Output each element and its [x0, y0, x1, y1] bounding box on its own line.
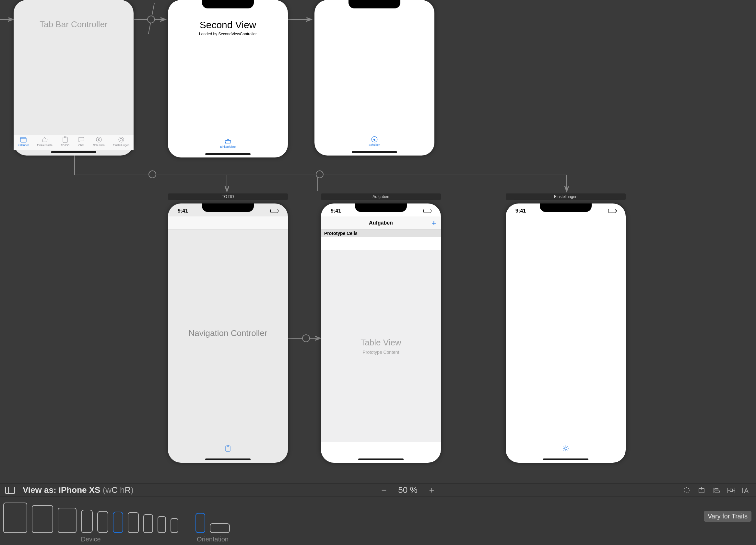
device-iphone-xs-max[interactable]	[81, 510, 93, 533]
tab-label: Schulden	[93, 144, 104, 147]
nav-title: Aufgaben	[369, 220, 393, 226]
prototype-header-label: Prototype Cells	[324, 231, 358, 236]
tab-bar: Kalender Einkaufsliste TO DO Chat € Schu…	[14, 135, 134, 150]
scene-bar-todo[interactable]: TO DO	[168, 194, 288, 200]
scene-aufgaben[interactable]: 9:41 Aufgaben + Prototype Cells Table Vi…	[321, 204, 441, 463]
tab-einkaufsliste[interactable]: Einkaufsliste	[37, 135, 53, 150]
tab-bar-indicator: € Schulden	[314, 135, 434, 150]
refresh-assistant-icon[interactable]	[682, 486, 691, 494]
tab-kalender[interactable]: Kalender	[18, 135, 29, 150]
zoom-in-button[interactable]: +	[427, 486, 436, 495]
prototype-cell[interactable]	[321, 237, 441, 250]
device-iphone-8[interactable]	[143, 514, 153, 533]
gear-icon	[118, 136, 125, 143]
clipboard-icon	[62, 136, 69, 143]
prototype-cells-header: Prototype Cells	[321, 230, 441, 237]
tab-label: Chat	[78, 144, 84, 147]
device-group-label: Device	[81, 536, 100, 543]
device-ipad-pro-12[interactable]	[3, 503, 27, 533]
trait-R: R	[125, 485, 131, 495]
tab-schulden[interactable]: € Schulden	[369, 135, 380, 150]
euro-icon: €	[371, 136, 378, 143]
scene-title: Second View	[168, 19, 288, 30]
scene-subtitle: Loaded by SecondViewController	[168, 32, 288, 36]
scene-bar-title: Einstellungen	[554, 195, 577, 199]
tab-todo[interactable]: TO DO	[61, 135, 69, 150]
notch-icon	[348, 0, 400, 8]
tab-einkaufsliste[interactable]: Einkaufsliste	[220, 137, 236, 152]
tab-placeholder	[506, 444, 626, 459]
svg-point-18	[684, 488, 689, 493]
embed-in-icon[interactable]	[697, 486, 706, 494]
scene-einstellungen[interactable]: 9:41	[506, 204, 626, 463]
scene-bar-aufgaben[interactable]: Aufgaben	[321, 194, 441, 200]
toggle-panel-icon[interactable]	[5, 487, 15, 494]
device-iphone-8-plus[interactable]	[128, 512, 139, 533]
resolve-constraints-icon[interactable]	[742, 486, 751, 494]
svg-point-17	[564, 447, 567, 450]
scene-schulden-view[interactable]: € Schulden	[314, 0, 434, 156]
status-time: 9:41	[331, 208, 341, 214]
svg-text:€: €	[373, 137, 376, 142]
device-iphone-se[interactable]	[158, 516, 166, 533]
device-iphone-4s[interactable]	[171, 518, 178, 533]
device-iphone-xr[interactable]	[97, 511, 108, 533]
tab-chat[interactable]: Chat	[78, 135, 85, 150]
scene-bar-einstellungen[interactable]: Einstellungen	[506, 194, 626, 200]
navigation-bar: Aufgaben +	[321, 217, 441, 230]
tab-einstellungen	[562, 444, 569, 459]
scene-bar-title: Aufgaben	[372, 195, 389, 199]
tab-label: Schulden	[369, 143, 380, 147]
add-button[interactable]: +	[431, 219, 436, 227]
svg-rect-15	[226, 446, 230, 451]
home-indicator	[358, 458, 404, 460]
tab-label: Einstellungen	[113, 144, 129, 147]
home-indicator	[205, 458, 251, 460]
pin-constraints-icon[interactable]	[727, 486, 736, 494]
scene-tab-bar-controller[interactable]: Tab Bar Controller Kalender Einkaufslist…	[14, 0, 134, 156]
status-time: 9:41	[515, 208, 526, 214]
svg-text:€: €	[98, 138, 100, 142]
segue-node-icon	[148, 171, 156, 178]
device-ipad[interactable]	[58, 508, 77, 533]
svg-rect-22	[715, 491, 719, 492]
align-icon[interactable]	[712, 486, 721, 494]
tab-bar-indicator: Einkaufsliste	[168, 137, 288, 152]
home-indicator	[352, 151, 397, 153]
gear-icon	[562, 445, 569, 452]
svg-point-12	[119, 137, 124, 142]
tab-einstellungen[interactable]: Einstellungen	[113, 135, 129, 150]
view-as-label[interactable]: View as: iPhone XS (wC hR)	[23, 485, 134, 495]
vary-for-traits-button[interactable]: Vary for Traits	[704, 511, 751, 522]
tab-placeholder	[168, 444, 288, 459]
trait-C: C	[112, 485, 120, 495]
scene-title: Navigation Controller	[189, 328, 267, 338]
segue-node-icon	[147, 16, 155, 23]
svg-rect-21	[715, 489, 718, 490]
orientation-portrait[interactable]	[195, 513, 205, 533]
device-ipad-pro-11[interactable]	[32, 505, 53, 533]
view-as-device: iPhone XS	[59, 485, 100, 495]
scene-second-view[interactable]: Second View Loaded by SecondViewControll…	[168, 0, 288, 158]
table-view-body[interactable]: Table View Prototype Content	[321, 250, 441, 442]
device-group: Device	[3, 501, 178, 543]
svg-rect-5	[20, 137, 26, 142]
segue-node-icon	[302, 334, 310, 342]
device-iphone-xs[interactable]	[113, 512, 123, 533]
home-indicator	[543, 458, 588, 460]
home-indicator	[51, 151, 96, 153]
zoom-out-button[interactable]: −	[379, 486, 388, 495]
tab-label: Einkaufsliste	[220, 145, 236, 148]
orientation-landscape[interactable]	[210, 523, 230, 533]
tab-schulden[interactable]: € Schulden	[93, 135, 104, 150]
chat-icon	[78, 136, 85, 143]
storyboard-canvas[interactable]: Tab Bar Controller Kalender Einkaufslist…	[0, 0, 756, 545]
status-bar: 9:41	[506, 208, 626, 214]
view-as-prefix: View as:	[23, 485, 59, 495]
basket-icon	[41, 136, 48, 143]
scene-todo-nav-controller[interactable]: 9:41 Navigation Controller	[168, 204, 288, 463]
svg-rect-7	[63, 137, 67, 143]
basket-icon	[224, 138, 231, 145]
tab-todo	[224, 444, 231, 459]
tab-label: Einkaufsliste	[37, 144, 53, 147]
